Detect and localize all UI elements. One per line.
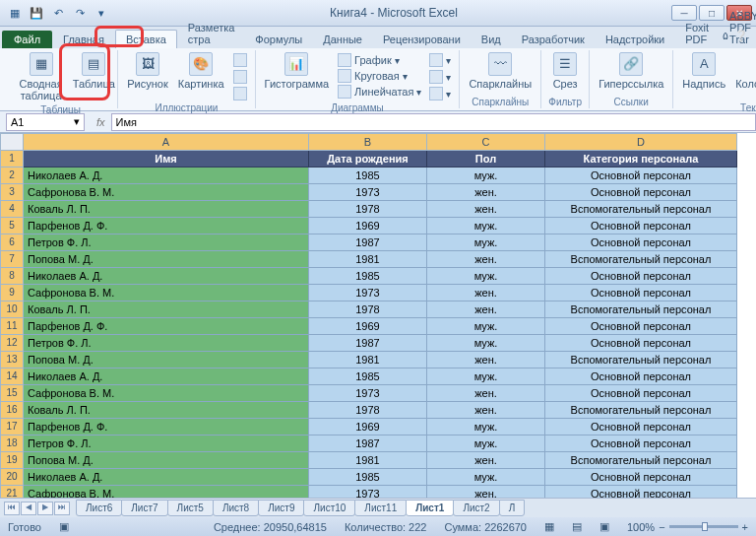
row-header[interactable]: 5: [0, 218, 24, 234]
cell-category[interactable]: Основной персонал: [545, 419, 737, 436]
screenshot-button[interactable]: [230, 86, 250, 101]
cell-year[interactable]: 1973: [309, 385, 427, 402]
row-header[interactable]: 10: [0, 302, 24, 318]
tab-insert[interactable]: Вставка: [115, 30, 177, 48]
cell-gender[interactable]: муж.: [427, 168, 545, 184]
row-header[interactable]: 13: [0, 352, 24, 368]
cell-gender[interactable]: жен.: [427, 251, 545, 268]
slicer-button[interactable]: ☰Срез: [546, 50, 584, 92]
sheet-tab[interactable]: Лист9: [258, 500, 304, 516]
fx-icon[interactable]: fx: [91, 116, 111, 128]
row-header[interactable]: 18: [0, 436, 24, 452]
cell-gender[interactable]: муж.: [427, 436, 545, 452]
sheet-tab[interactable]: Лист8: [213, 500, 259, 516]
smartart-button[interactable]: [230, 69, 250, 85]
cell-gender[interactable]: жен.: [427, 385, 545, 402]
cell-name[interactable]: Сафронова В. М.: [24, 385, 309, 402]
row-header[interactable]: 2: [0, 168, 24, 184]
view-layout-icon[interactable]: ▤: [572, 520, 582, 533]
cell-gender[interactable]: муж.: [427, 335, 545, 352]
ribbon-minimize-icon[interactable]: ۵: [723, 30, 728, 42]
sheet-tab[interactable]: Лист6: [76, 500, 122, 516]
row-header[interactable]: 12: [0, 335, 24, 352]
cell-year[interactable]: 1985: [309, 268, 427, 285]
tab-review[interactable]: Рецензировани: [373, 31, 471, 48]
tab-view[interactable]: Вид: [472, 31, 511, 48]
cell-year[interactable]: 1978: [309, 302, 427, 318]
select-all-corner[interactable]: [0, 133, 24, 151]
cell-category[interactable]: Вспомогательный персонал: [545, 251, 737, 268]
spreadsheet-grid[interactable]: A B C D 1 Имя Дата рождения Пол Категори…: [0, 133, 756, 498]
row-header[interactable]: 8: [0, 268, 24, 285]
cell-name[interactable]: Парфенов Д. Ф.: [24, 218, 309, 234]
cell-category[interactable]: Основной персонал: [545, 385, 737, 402]
cell-year[interactable]: 1987: [309, 436, 427, 452]
cell-name[interactable]: Парфенов Д. Ф.: [24, 318, 309, 335]
save-icon[interactable]: 💾: [28, 4, 45, 22]
cell-category[interactable]: Основной персонал: [545, 184, 737, 201]
cell-name[interactable]: Коваль Л. П.: [24, 201, 309, 218]
sheet-nav-last[interactable]: ⏭: [54, 502, 70, 515]
line-chart-button[interactable]: График ▾: [335, 52, 424, 68]
cell-category[interactable]: Основной персонал: [545, 318, 737, 335]
cell-year[interactable]: 1978: [309, 201, 427, 218]
sheet-nav-prev[interactable]: ◀: [21, 502, 36, 515]
row-header[interactable]: 6: [0, 234, 24, 251]
cell-category[interactable]: Вспомогательный персонал: [545, 201, 737, 218]
scatter-chart-button[interactable]: ▾: [426, 69, 454, 85]
cell-name[interactable]: Николаев А. Д.: [24, 469, 309, 486]
cell-gender[interactable]: жен.: [427, 285, 545, 302]
cell-year[interactable]: 1981: [309, 452, 427, 469]
cell-category[interactable]: Основной персонал: [545, 486, 737, 498]
view-normal-icon[interactable]: ▦: [544, 520, 554, 533]
cell-name[interactable]: Петров Ф. Л.: [24, 234, 309, 251]
cell-year[interactable]: 1985: [309, 368, 427, 385]
cell-name[interactable]: Петров Ф. Л.: [24, 335, 309, 352]
tab-developer[interactable]: Разработчик: [512, 31, 595, 48]
tab-addins[interactable]: Надстройки: [596, 31, 674, 48]
col-header-C[interactable]: C: [427, 133, 545, 151]
sheet-tab[interactable]: Лист2: [453, 500, 499, 516]
sheet-nav-next[interactable]: ▶: [37, 502, 53, 515]
hyperlink-button[interactable]: 🔗Гиперссылка: [595, 50, 667, 92]
row-header[interactable]: 17: [0, 419, 24, 436]
name-box-dropdown-icon[interactable]: ▾: [74, 115, 80, 128]
header-cell-gender[interactable]: Пол: [427, 151, 545, 168]
cell-category[interactable]: Основной персонал: [545, 368, 737, 385]
zoom-thumb[interactable]: [702, 522, 708, 531]
file-tab[interactable]: Файл: [2, 31, 52, 48]
macro-record-icon[interactable]: ▣: [59, 520, 69, 533]
cell-gender[interactable]: муж.: [427, 234, 545, 251]
header-cell-name[interactable]: Имя: [24, 151, 309, 168]
header-cell-category[interactable]: Категория персонала: [545, 151, 737, 168]
tab-data[interactable]: Данные: [313, 31, 372, 48]
picture-button[interactable]: 🖼Рисунок: [123, 50, 172, 92]
shapes-button[interactable]: [230, 52, 250, 68]
cell-gender[interactable]: жен.: [427, 486, 545, 498]
row-header[interactable]: 11: [0, 318, 24, 335]
cell-name[interactable]: Попова М. Д.: [24, 452, 309, 469]
cell-name[interactable]: Николаев А. Д.: [24, 268, 309, 285]
column-chart-button[interactable]: 📊Гистограмма: [261, 50, 334, 92]
cell-category[interactable]: Основной персонал: [545, 218, 737, 234]
cell-gender[interactable]: жен.: [427, 201, 545, 218]
cell-gender[interactable]: муж.: [427, 469, 545, 486]
cell-category[interactable]: Основной персонал: [545, 268, 737, 285]
col-header-A[interactable]: A: [24, 133, 309, 151]
cell-name[interactable]: Петров Ф. Л.: [24, 436, 309, 452]
cell-gender[interactable]: муж.: [427, 218, 545, 234]
view-pagebreak-icon[interactable]: ▣: [599, 520, 609, 533]
row-header[interactable]: 14: [0, 368, 24, 385]
row-header[interactable]: 3: [0, 184, 24, 201]
other-chart-button[interactable]: ▾: [426, 86, 454, 101]
row-header[interactable]: 19: [0, 452, 24, 469]
cell-year[interactable]: 1987: [309, 335, 427, 352]
undo-icon[interactable]: ↶: [49, 4, 67, 22]
help-icon[interactable]: ❔: [734, 30, 748, 42]
cell-category[interactable]: Вспомогательный персонал: [545, 302, 737, 318]
cell-gender[interactable]: жен.: [427, 402, 545, 419]
row-header[interactable]: 20: [0, 469, 24, 486]
redo-icon[interactable]: ↷: [71, 4, 89, 22]
area-chart-button[interactable]: ▾: [426, 52, 454, 68]
cell-category[interactable]: Вспомогательный персонал: [545, 352, 737, 368]
